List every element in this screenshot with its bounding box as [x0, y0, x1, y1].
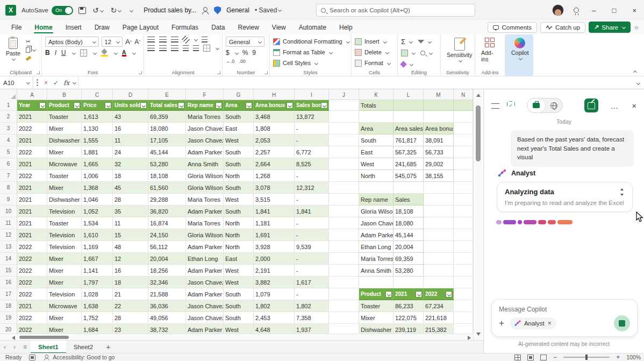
filter-icon[interactable] — [446, 291, 452, 298]
cell-C20[interactable]: 1,684 — [82, 324, 113, 334]
cell-K11[interactable]: Jason Chavez — [359, 217, 393, 229]
cell-N18[interactable] — [454, 300, 473, 312]
cell-N9[interactable] — [454, 194, 473, 206]
cell-H9[interactable]: 3,515 — [254, 194, 295, 206]
format-painter-button[interactable] — [26, 55, 35, 62]
cell-F8[interactable]: Gloria Wilson — [186, 182, 224, 194]
cell-H19[interactable]: 2,453 — [254, 312, 295, 324]
row-header-16[interactable]: 16 — [0, 277, 17, 288]
cell-G4[interactable]: West — [224, 135, 254, 146]
cell-B17[interactable]: Television — [47, 288, 82, 300]
cell-G11[interactable]: North — [224, 217, 254, 229]
cell-H11[interactable]: 1,181 — [254, 217, 295, 229]
cell-H8[interactable]: 3,078 — [254, 182, 295, 194]
sort-filter-button[interactable] — [418, 37, 431, 46]
cell-L18[interactable]: 86,233 — [393, 300, 424, 312]
cell-A15[interactable]: 2022 — [17, 265, 47, 277]
dialog-launcher-icon[interactable] — [37, 71, 40, 74]
cell-I1[interactable]: Sales bonus — [295, 100, 329, 111]
cell-B18[interactable]: Microwave — [47, 300, 82, 312]
cell-L11[interactable]: 18,080 — [393, 217, 424, 229]
cell-E11[interactable]: 16,874 — [148, 217, 186, 229]
formula-bar-handle[interactable] — [37, 82, 38, 83]
cell-E6[interactable]: 53,280 — [148, 158, 186, 170]
cell-D14[interactable]: 12 — [113, 253, 148, 265]
row-header-9[interactable]: 9 — [0, 194, 17, 206]
autosum-button[interactable]: Σ — [401, 37, 412, 46]
cell-M11[interactable] — [424, 217, 454, 229]
autosave-toggle[interactable]: On — [52, 6, 73, 15]
row-header-19[interactable]: 19 — [0, 312, 17, 324]
cell-E8[interactable]: 61,560 — [148, 182, 186, 194]
cell-L9[interactable]: Sales — [393, 194, 424, 206]
cell-M5[interactable]: 56,733 — [424, 146, 454, 158]
column-header-J[interactable]: J — [329, 89, 359, 100]
cell-M3[interactable]: Area bonus — [424, 123, 454, 135]
cell-F1[interactable]: Rep name — [186, 100, 224, 111]
user-avatar[interactable] — [552, 4, 564, 16]
cell-G1[interactable]: Area — [224, 100, 254, 111]
cell-H16[interactable]: 3,882 — [254, 277, 295, 288]
format-cells-button[interactable]: Format — [355, 58, 390, 68]
column-header-E[interactable]: E — [148, 89, 186, 100]
cell-G8[interactable]: South — [224, 182, 254, 194]
cell-M4[interactable]: 38,091 — [424, 135, 454, 146]
cell-E9[interactable]: 29,288 — [148, 194, 186, 206]
cell-N12[interactable] — [454, 229, 473, 241]
close-button[interactable]: × — [629, 6, 640, 15]
cell-D11[interactable]: 11 — [113, 217, 148, 229]
row-header-7[interactable]: 7 — [0, 170, 17, 182]
column-header-B[interactable]: B — [47, 89, 82, 100]
cell-D1[interactable]: Units sold — [113, 100, 148, 111]
cell-H1[interactable]: Area bonus — [254, 100, 295, 111]
cell-L3[interactable]: Area sales — [393, 123, 424, 135]
row-header-17[interactable]: 17 — [0, 288, 17, 300]
cell-K6[interactable]: West — [359, 158, 393, 170]
cell-B10[interactable]: Television — [47, 206, 82, 217]
cell-F19[interactable]: Jason Chavez — [186, 312, 224, 324]
cell-M15[interactable] — [424, 265, 454, 277]
decrease-font-button[interactable]: Aˇ — [134, 38, 140, 46]
cell-A18[interactable]: 2021 — [17, 300, 47, 312]
cell-G6[interactable]: South — [224, 158, 254, 170]
cell-L12[interactable]: 45,144 — [393, 229, 424, 241]
cell-J2[interactable] — [329, 111, 359, 123]
cell-B12[interactable]: Television — [47, 229, 82, 241]
formula-input[interactable] — [78, 76, 631, 89]
cell-E2[interactable]: 69,359 — [148, 111, 186, 123]
cell-N3[interactable] — [454, 123, 473, 135]
percent-button[interactable]: % — [242, 49, 248, 56]
cell-I12[interactable]: - — [295, 229, 329, 241]
cell-H13[interactable]: 3,928 — [254, 241, 295, 253]
vertical-scroll-thumb[interactable] — [476, 105, 481, 161]
clear-button[interactable] — [401, 59, 413, 69]
cell-J13[interactable] — [329, 241, 359, 253]
cell-C1[interactable]: Price — [82, 100, 113, 111]
cell-N19[interactable] — [454, 312, 473, 324]
cell-K7[interactable]: North — [359, 170, 393, 182]
tab-help[interactable]: Help — [333, 22, 359, 33]
cancel-icon[interactable]: × — [41, 79, 51, 87]
cell-A20[interactable]: 2022 — [17, 324, 47, 334]
row-header-1[interactable]: 1 — [0, 100, 17, 111]
cell-K2[interactable] — [359, 111, 393, 123]
cell-G14[interactable]: East — [224, 253, 254, 265]
zoom-slider[interactable] — [563, 357, 610, 358]
cell-D7[interactable]: 18 — [113, 170, 148, 182]
underline-button[interactable]: U — [61, 49, 66, 56]
sheet-tab-sheet1[interactable]: Sheet1 — [31, 341, 66, 353]
page-break-view-icon[interactable] — [540, 355, 547, 360]
font-name-combo[interactable]: Aptos (Body) — [45, 37, 99, 47]
cell-K3[interactable]: Area — [359, 123, 393, 135]
delete-cells-button[interactable]: Delete — [355, 47, 390, 57]
cell-L6[interactable]: 241,685 — [393, 158, 424, 170]
cell-N7[interactable] — [454, 170, 473, 182]
cell-N1[interactable] — [454, 100, 473, 111]
maximize-button[interactable]: □ — [609, 6, 620, 15]
sensitivity-label[interactable]: General — [226, 6, 249, 14]
cell-I9[interactable]: - — [295, 194, 329, 206]
cell-F13[interactable]: Adam Parker — [186, 241, 224, 253]
cell-E16[interactable]: 32,346 — [148, 277, 186, 288]
row-header-3[interactable]: 3 — [0, 123, 17, 135]
cell-F17[interactable]: Adam Parker — [186, 288, 224, 300]
